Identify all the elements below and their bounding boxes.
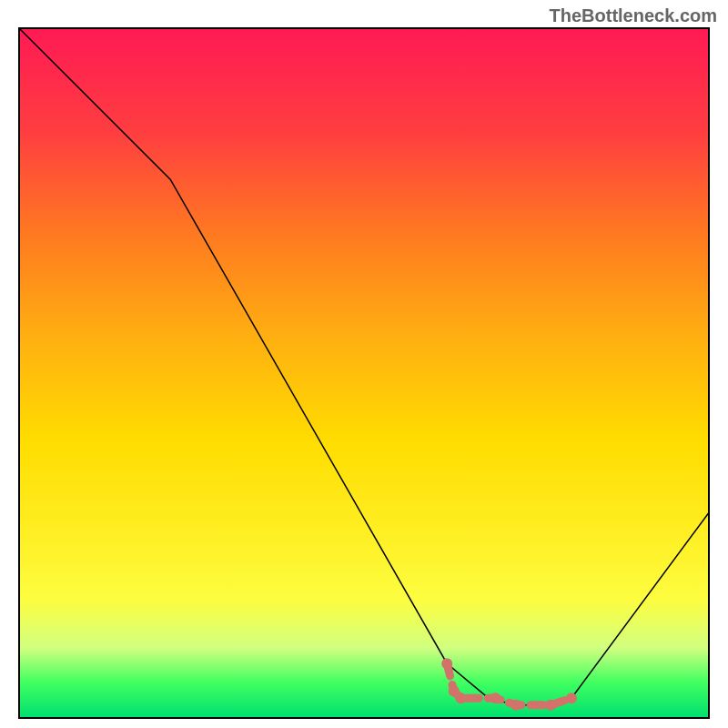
chart-container: TheBottleneck.com — [0, 0, 728, 728]
attribution-text: TheBottleneck.com — [550, 5, 717, 26]
plot-area — [18, 27, 710, 719]
